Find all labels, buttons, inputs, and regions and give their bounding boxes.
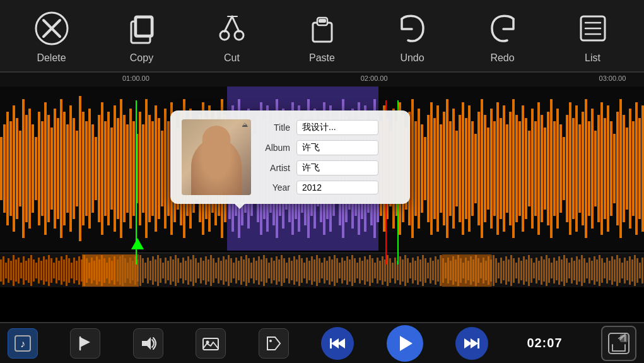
svg-rect-440	[541, 256, 542, 285]
svg-rect-156	[430, 102, 433, 235]
svg-rect-327	[255, 261, 257, 280]
volume-button[interactable]	[133, 328, 163, 359]
svg-rect-481	[442, 254, 492, 287]
delete-label: Delete	[37, 52, 66, 64]
copy-button[interactable]: Copy	[117, 8, 167, 64]
svg-rect-275	[124, 258, 126, 283]
svg-rect-154	[424, 137, 426, 200]
svg-rect-476	[631, 259, 633, 282]
svg-rect-302	[192, 255, 194, 286]
svg-rect-361	[341, 258, 343, 283]
svg-rect-398	[435, 256, 436, 285]
artist-field-label: Artist	[260, 163, 290, 173]
svg-rect-370	[364, 256, 366, 285]
paste-icon	[302, 8, 342, 49]
copy-icon	[122, 8, 162, 49]
flag-button[interactable]	[70, 328, 100, 359]
svg-rect-293	[170, 256, 172, 285]
svg-rect-231	[15, 259, 17, 282]
svg-rect-353	[321, 263, 323, 278]
play-button[interactable]	[387, 325, 423, 362]
album-field-value[interactable]: 许飞	[296, 140, 378, 155]
svg-point-489	[269, 340, 272, 342]
svg-rect-389	[412, 258, 414, 283]
svg-rect-255	[76, 261, 78, 280]
svg-rect-477	[634, 255, 636, 286]
album-art-image	[182, 119, 251, 195]
svg-rect-369	[361, 261, 363, 280]
svg-rect-470	[616, 255, 618, 286]
svg-rect-372	[369, 255, 371, 286]
image-button[interactable]	[196, 328, 226, 359]
redo-button[interactable]: Redo	[477, 8, 528, 64]
svg-rect-294	[172, 259, 174, 282]
paste-button[interactable]: Paste	[297, 8, 348, 64]
svg-rect-281	[139, 255, 141, 286]
svg-rect-199	[566, 115, 568, 222]
svg-rect-244	[48, 255, 50, 286]
svg-rect-202	[575, 105, 578, 232]
svg-rect-276	[127, 263, 129, 278]
svg-rect-458	[586, 263, 588, 278]
svg-rect-70	[158, 118, 160, 219]
ruler-mark-3: 03:00.00	[599, 74, 626, 82]
waveform-area[interactable]: 01:00.00 02:00.00 03:00.00	[0, 73, 644, 287]
svg-rect-316	[228, 255, 230, 286]
svg-rect-469	[614, 259, 616, 282]
list-button[interactable]: List	[568, 8, 618, 64]
music-note-button[interactable]: ♪	[8, 328, 38, 359]
svg-rect-23	[9, 121, 12, 216]
svg-rect-72	[164, 109, 167, 229]
cut-icon	[212, 8, 252, 49]
svg-rect-371	[366, 259, 368, 282]
forward-button[interactable]	[455, 327, 488, 360]
svg-rect-285	[149, 261, 151, 280]
rewind-button[interactable]	[321, 327, 354, 360]
svg-rect-468	[611, 256, 613, 285]
svg-rect-451	[568, 263, 570, 278]
svg-rect-443	[548, 258, 550, 283]
svg-rect-330	[263, 255, 265, 286]
svg-rect-336	[278, 259, 280, 282]
svg-rect-37	[54, 109, 56, 229]
export-button[interactable]	[601, 326, 636, 361]
svg-rect-222	[638, 118, 641, 219]
tag-button[interactable]	[259, 328, 289, 359]
svg-rect-435	[528, 255, 530, 286]
svg-rect-441	[543, 259, 545, 282]
svg-rect-20	[0, 137, 3, 200]
year-field-value[interactable]: 2012	[296, 181, 378, 194]
svg-rect-463	[599, 255, 600, 286]
delete-button[interactable]: Delete	[26, 8, 77, 64]
svg-rect-173	[484, 115, 486, 222]
year-field-row: Year 2012	[260, 181, 378, 194]
artist-field-value[interactable]: 许飞	[296, 160, 378, 176]
svg-rect-436	[530, 258, 532, 283]
svg-rect-184	[518, 121, 521, 216]
undo-button[interactable]: Undo	[387, 8, 438, 64]
svg-rect-191	[541, 115, 543, 222]
svg-rect-304	[197, 263, 199, 278]
svg-rect-62	[132, 121, 135, 216]
svg-rect-34	[44, 102, 47, 235]
svg-rect-29	[28, 109, 31, 229]
svg-rect-347	[306, 258, 308, 283]
svg-rect-453	[573, 261, 575, 280]
svg-rect-26	[19, 131, 21, 206]
svg-rect-237	[30, 255, 32, 286]
svg-rect-253	[71, 263, 73, 278]
svg-rect-242	[43, 256, 45, 285]
svg-rect-166	[462, 102, 464, 235]
svg-rect-183	[515, 115, 518, 222]
cut-button[interactable]: Cut	[207, 8, 257, 64]
svg-rect-290	[162, 263, 164, 278]
svg-rect-333	[271, 258, 272, 283]
svg-rect-487	[203, 338, 218, 350]
svg-rect-59	[123, 115, 126, 222]
svg-rect-217	[623, 115, 625, 222]
time-display: 02:07	[520, 336, 568, 350]
svg-rect-301	[190, 259, 192, 282]
svg-rect-320	[238, 261, 240, 280]
svg-rect-175	[490, 109, 493, 229]
title-field-value[interactable]: 我设计...	[296, 120, 378, 135]
